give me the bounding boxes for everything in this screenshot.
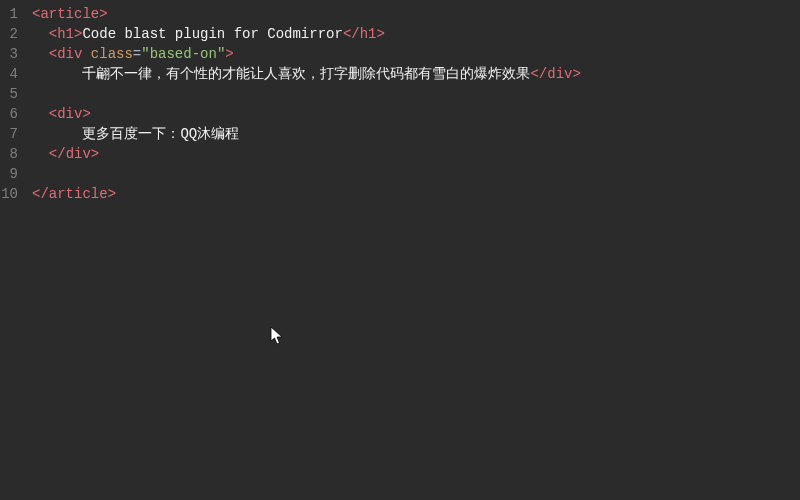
tag-close: >: [225, 46, 233, 62]
attr-name: class: [91, 46, 133, 62]
tag-name: article: [49, 186, 108, 202]
tag-close: >: [377, 26, 385, 42]
tag-name: div: [57, 46, 82, 62]
tag-name: h1: [57, 26, 74, 42]
text-content: 更多百度一下：QQ沐编程: [82, 126, 239, 142]
code-line[interactable]: </article>: [32, 184, 800, 204]
tag-open: <: [49, 106, 57, 122]
indent: [32, 66, 82, 82]
line-number: 3: [0, 44, 22, 64]
tag-open: </: [530, 66, 547, 82]
indent: [32, 46, 49, 62]
line-gutter: 1 2 3 4 5 6 7 8 9 10: [0, 0, 28, 500]
tag-close: >: [91, 146, 99, 162]
code-line[interactable]: 更多百度一下：QQ沐编程: [32, 124, 800, 144]
tag-open: <: [49, 46, 57, 62]
indent: [32, 106, 49, 122]
attr-eq: =: [133, 46, 141, 62]
line-number: 7: [0, 124, 22, 144]
code-line[interactable]: <div>: [32, 104, 800, 124]
line-number: 9: [0, 164, 22, 184]
line-number: 6: [0, 104, 22, 124]
code-line[interactable]: [32, 84, 800, 104]
space: [82, 46, 90, 62]
tag-close: >: [99, 6, 107, 22]
tag-name: div: [57, 106, 82, 122]
text-content: Code blast plugin for Codmirror: [82, 26, 342, 42]
code-line[interactable]: </div>: [32, 144, 800, 164]
code-line[interactable]: <h1>Code blast plugin for Codmirror</h1>: [32, 24, 800, 44]
indent: [32, 146, 49, 162]
indent: [32, 126, 82, 142]
tag-name: div: [66, 146, 91, 162]
line-number: 1: [0, 4, 22, 24]
line-number: 8: [0, 144, 22, 164]
code-line[interactable]: <div class="based-on">: [32, 44, 800, 64]
tag-open: </: [343, 26, 360, 42]
tag-name: article: [40, 6, 99, 22]
code-line[interactable]: <article>: [32, 4, 800, 24]
code-line[interactable]: 千翩不一律，有个性的才能让人喜欢，打字删除代码都有雪白的爆炸效果</div>: [32, 64, 800, 84]
tag-open: <: [49, 26, 57, 42]
line-number: 10: [0, 184, 22, 204]
tag-name: h1: [360, 26, 377, 42]
line-number: 5: [0, 84, 22, 104]
tag-close: >: [82, 106, 90, 122]
attr-value: "based-on": [141, 46, 225, 62]
tag-open: </: [49, 146, 66, 162]
text-content: 千翩不一律，有个性的才能让人喜欢，打字删除代码都有雪白的爆炸效果: [82, 66, 530, 82]
line-number: 2: [0, 24, 22, 44]
line-number: 4: [0, 64, 22, 84]
tag-close: >: [572, 66, 580, 82]
tag-close: >: [108, 186, 116, 202]
code-area[interactable]: <article> <h1>Code blast plugin for Codm…: [28, 0, 800, 500]
code-editor[interactable]: 1 2 3 4 5 6 7 8 9 10 <article> <h1>Code …: [0, 0, 800, 500]
tag-name: div: [547, 66, 572, 82]
tag-open: </: [32, 186, 49, 202]
indent: [32, 26, 49, 42]
code-line[interactable]: [32, 164, 800, 184]
